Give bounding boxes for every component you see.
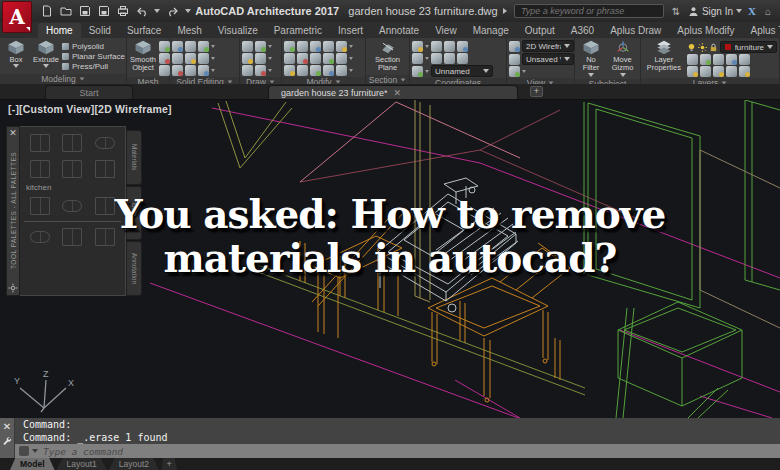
tool-icon[interactable] xyxy=(198,65,209,76)
tab-aplus-draw[interactable]: Aplus Draw xyxy=(602,23,669,38)
ucs-tool-icon[interactable] xyxy=(412,41,423,52)
tab-mesh[interactable]: Mesh xyxy=(169,23,209,38)
tool-icon[interactable] xyxy=(255,65,266,76)
layer-lock-icon[interactable] xyxy=(709,43,718,52)
layer-tool-icon[interactable] xyxy=(726,66,737,77)
chevron-down-icon[interactable] xyxy=(268,57,272,60)
chevron-down-icon[interactable] xyxy=(32,449,38,453)
ucs-tool-icon[interactable] xyxy=(431,53,442,64)
kitchen-block-icon[interactable] xyxy=(95,137,115,149)
ucs-tool-icon[interactable] xyxy=(457,53,468,64)
chevron-down-icon[interactable] xyxy=(268,69,272,72)
visual-style-dropdown[interactable]: 2D Wireframe xyxy=(522,40,574,52)
tab-view[interactable]: View xyxy=(427,23,465,38)
save-as-icon[interactable] xyxy=(97,5,110,18)
tool-icon[interactable] xyxy=(185,65,196,76)
app-store-icon[interactable]: ⌂ xyxy=(762,5,774,17)
command-window-titlebar[interactable]: ✕ xyxy=(0,418,15,458)
layout1-tab[interactable]: Layout1 xyxy=(57,458,107,470)
model-tab[interactable]: Model xyxy=(10,458,55,470)
tool-icon[interactable] xyxy=(297,41,308,52)
tool-icon[interactable] xyxy=(242,41,253,52)
chevron-down-icon[interactable] xyxy=(349,45,353,48)
layer-tool-icon[interactable] xyxy=(700,66,711,77)
redo-icon[interactable] xyxy=(166,5,179,18)
tab-manage[interactable]: Manage xyxy=(465,23,517,38)
chevron-down-icon[interactable] xyxy=(349,57,353,60)
tool-icon[interactable] xyxy=(185,41,196,52)
tab-visualize[interactable]: Visualize xyxy=(210,23,266,38)
tool-icon[interactable] xyxy=(297,53,308,64)
tab-output[interactable]: Output xyxy=(517,23,563,38)
layer-tool-icon[interactable] xyxy=(687,54,698,65)
command-input[interactable] xyxy=(41,445,780,458)
tool-icon[interactable] xyxy=(310,53,321,64)
chevron-down-icon[interactable] xyxy=(425,45,429,48)
tool-icon[interactable] xyxy=(255,53,266,64)
command-input-row[interactable] xyxy=(15,444,780,458)
layer-tool-icon[interactable] xyxy=(726,54,737,65)
panel-label-modeling[interactable]: Modeling xyxy=(0,74,126,84)
chevron-down-icon[interactable] xyxy=(522,70,526,73)
layer-tool-icon[interactable] xyxy=(739,66,750,77)
chevron-down-icon[interactable] xyxy=(425,57,429,60)
tool-icon[interactable] xyxy=(198,53,209,64)
tool-icon[interactable] xyxy=(255,41,266,52)
section-plane-button[interactable]: Section Plane xyxy=(368,39,407,74)
command-customize-wrench-icon[interactable] xyxy=(2,436,12,446)
command-close-icon[interactable]: ✕ xyxy=(3,422,11,432)
new-file-icon[interactable] xyxy=(40,5,53,18)
app-menu-button[interactable]: A xyxy=(2,1,32,33)
panel-label-section[interactable]: Section xyxy=(366,75,409,85)
tab-a360[interactable]: A360 xyxy=(563,23,602,38)
undo-caret-icon[interactable] xyxy=(154,9,160,13)
kitchen-block-icon[interactable] xyxy=(62,160,82,178)
layer-on-icon[interactable] xyxy=(687,43,696,52)
polysolid-button[interactable]: Polysolid xyxy=(62,41,125,51)
new-drawing-button[interactable]: + xyxy=(530,86,543,97)
autodesk-exchange-icon[interactable]: X xyxy=(748,5,756,17)
plot-icon[interactable] xyxy=(116,5,129,18)
palette-properties-gear-icon[interactable] xyxy=(8,283,18,293)
saved-view-dropdown[interactable]: Unsaved View xyxy=(522,53,574,65)
kitchen-block-icon[interactable] xyxy=(30,160,50,178)
tab-home[interactable]: Home xyxy=(38,23,81,38)
ucs-tool-icon[interactable] xyxy=(444,53,455,64)
tool-icon[interactable] xyxy=(172,53,183,64)
layer-dropdown[interactable]: furniture xyxy=(720,41,777,53)
search-exchange-icon[interactable]: ⇅ xyxy=(670,5,682,17)
tool-icon[interactable] xyxy=(297,65,308,76)
planar-surface-button[interactable]: Planar Surface xyxy=(62,51,125,61)
ucs-tool-icon[interactable] xyxy=(431,41,442,52)
tab-annotate[interactable]: Annotate xyxy=(371,23,427,38)
tab-current-drawing[interactable]: garden house 23 furniture* ✕ xyxy=(268,85,518,99)
tool-icon[interactable] xyxy=(159,53,170,64)
new-layout-button[interactable]: + xyxy=(161,458,177,470)
tool-icon[interactable] xyxy=(172,65,183,76)
tool-icon[interactable] xyxy=(323,41,334,52)
close-tab-icon[interactable]: ✕ xyxy=(394,88,402,98)
tool-icon[interactable] xyxy=(336,53,347,64)
ucs-named-dropdown[interactable]: Unnamed xyxy=(431,65,493,77)
tool-icon[interactable] xyxy=(284,65,295,76)
help-search-input[interactable] xyxy=(519,5,659,17)
tool-icon[interactable] xyxy=(310,65,321,76)
help-search-box[interactable] xyxy=(514,4,664,18)
tab-insert[interactable]: Insert xyxy=(330,23,371,38)
ucs-tool-icon[interactable] xyxy=(444,41,455,52)
tool-icon[interactable] xyxy=(284,41,295,52)
chevron-down-icon[interactable] xyxy=(211,57,215,60)
layer-tool-icon[interactable] xyxy=(713,54,724,65)
chevron-down-icon[interactable] xyxy=(268,45,272,48)
kitchen-block-icon[interactable] xyxy=(30,134,50,152)
extrude-button[interactable]: Extrude xyxy=(32,39,60,69)
undo-icon[interactable] xyxy=(135,5,148,18)
command-tools-icon[interactable] xyxy=(19,446,29,456)
ucs-tool-icon[interactable] xyxy=(412,53,423,64)
ucs-tool-icon[interactable] xyxy=(457,41,468,52)
layer-properties-button[interactable]: Layer Properties xyxy=(643,39,685,74)
chevron-down-icon[interactable] xyxy=(211,69,215,72)
smooth-object-button[interactable]: Smooth Object xyxy=(129,39,157,74)
collapse-search-icon[interactable] xyxy=(503,8,507,14)
tool-icon[interactable] xyxy=(185,53,196,64)
